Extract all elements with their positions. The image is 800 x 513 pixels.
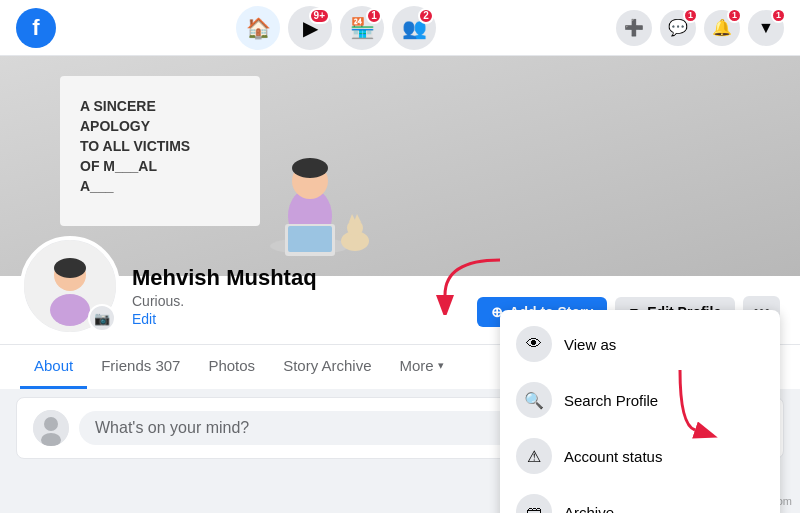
archive-label: Archive	[564, 504, 614, 514]
chevron-down-icon: ▼	[758, 19, 774, 37]
svg-text:TO ALL VICTIMS: TO ALL VICTIMS	[80, 138, 190, 154]
dropdown-view-as[interactable]: 👁 View as	[500, 316, 780, 372]
svg-text:A___: A___	[80, 178, 114, 194]
home-icon: 🏠	[246, 16, 271, 40]
notifications-button[interactable]: 🔔 1	[704, 10, 740, 46]
avatar-wrap: 📷	[20, 236, 120, 336]
tab-story-archive[interactable]: Story Archive	[269, 345, 385, 389]
groups-badge: 2	[418, 8, 434, 24]
nav-left: f	[16, 8, 56, 48]
chevron-down-icon: ▾	[438, 359, 444, 372]
top-navigation: f 🏠 ▶ 9+ 🏪 1 👥 2 ➕ 💬 1 🔔 1	[0, 0, 800, 56]
video-badge: 9+	[309, 8, 330, 24]
edit-link[interactable]: Edit	[132, 311, 156, 327]
nav-right: ➕ 💬 1 🔔 1 ▼ 1	[616, 10, 784, 46]
post-avatar	[33, 410, 69, 446]
profile-bio: Curious.	[132, 293, 317, 309]
archive-icon: 🗃	[516, 494, 552, 513]
account-menu-button[interactable]: ▼ 1	[748, 10, 784, 46]
nav-groups-button[interactable]: 👥 2	[392, 6, 436, 50]
messenger-badge: 1	[683, 8, 698, 23]
messenger-button[interactable]: 💬 1	[660, 10, 696, 46]
marketplace-badge: 1	[366, 8, 382, 24]
svg-point-14	[347, 220, 363, 236]
camera-icon[interactable]: 📷	[88, 304, 116, 332]
nav-video-button[interactable]: ▶ 9+	[288, 6, 332, 50]
svg-point-10	[292, 158, 328, 178]
tab-about[interactable]: About	[20, 345, 87, 389]
notifications-badge: 1	[727, 8, 742, 23]
profile-name-column: Mehvish Mushtaq Curious. Edit	[120, 265, 317, 336]
account-badge: 1	[771, 8, 786, 23]
svg-text:OF M___AL: OF M___AL	[80, 158, 157, 174]
svg-point-24	[44, 417, 58, 431]
svg-point-19	[50, 294, 90, 326]
plus-icon: ➕	[624, 18, 644, 37]
create-button[interactable]: ➕	[616, 10, 652, 46]
warning-icon: ⚠	[516, 438, 552, 474]
view-as-label: View as	[564, 336, 616, 353]
nav-center: 🏠 ▶ 9+ 🏪 1 👥 2	[56, 6, 616, 50]
dropdown-search-profile[interactable]: 🔍 Search Profile	[500, 372, 780, 428]
svg-text:APOLOGY: APOLOGY	[80, 118, 151, 134]
tab-friends[interactable]: Friends 307	[87, 345, 194, 389]
search-profile-label: Search Profile	[564, 392, 658, 409]
dropdown-account-status[interactable]: ⚠ Account status	[500, 428, 780, 484]
svg-point-20	[54, 258, 86, 278]
svg-text:A SINCERE: A SINCERE	[80, 98, 156, 114]
tab-photos[interactable]: Photos	[194, 345, 269, 389]
dropdown-menu: 👁 View as 🔍 Search Profile ⚠ Account sta…	[500, 310, 780, 513]
nav-home-button[interactable]: 🏠	[236, 6, 280, 50]
search-icon: 🔍	[516, 382, 552, 418]
profile-name: Mehvish Mushtaq	[132, 265, 317, 291]
dropdown-archive[interactable]: 🗃 Archive	[500, 484, 780, 513]
facebook-logo: f	[16, 8, 56, 48]
nav-marketplace-button[interactable]: 🏪 1	[340, 6, 384, 50]
tab-more[interactable]: More ▾	[386, 345, 458, 389]
eye-icon: 👁	[516, 326, 552, 362]
account-status-label: Account status	[564, 448, 662, 465]
